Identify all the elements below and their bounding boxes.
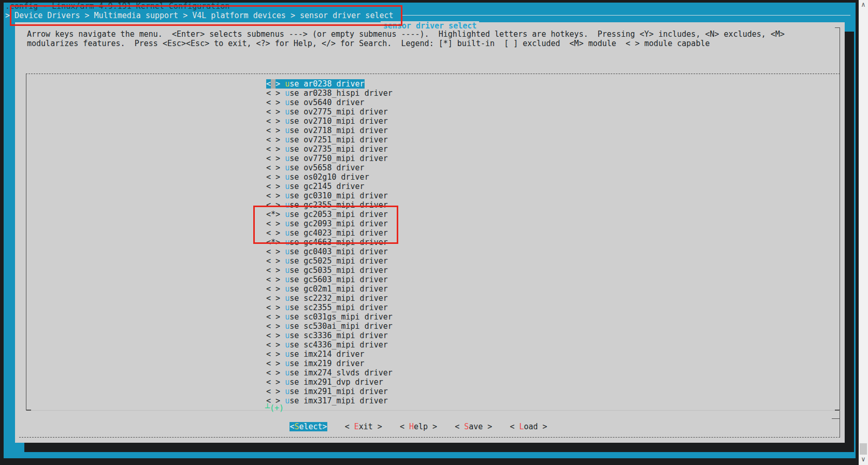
menu-item-sc4336-mipi-driver[interactable]: < > use sc4336_mipi driver bbox=[266, 340, 388, 350]
scrollbar-thumb[interactable] bbox=[860, 443, 867, 455]
menu-item-imx274-slvds-driver[interactable]: < > use imx274_slvds driver bbox=[266, 368, 393, 377]
hotkey-letter: u bbox=[285, 303, 290, 312]
menu-item-ov2710-mipi-driver[interactable]: < > use ov2710_mipi driver bbox=[266, 117, 388, 126]
menu-item-label: se imx214 driver bbox=[290, 350, 365, 359]
hotkey-letter: u bbox=[285, 238, 290, 247]
menu-item-label: se imx291_mipi driver bbox=[290, 387, 388, 396]
menu-item-label: se ov2735_mipi driver bbox=[290, 144, 388, 154]
menu-item-label: se sc031gs_mipi driver bbox=[290, 312, 393, 322]
menu-item-gc4023-mipi-driver[interactable]: < > use gc4023_mipi driver bbox=[266, 228, 388, 238]
state-marker: < > bbox=[266, 98, 280, 107]
menu-item-gc02m1-mipi-driver[interactable]: < > use gc02m1_mipi driver bbox=[266, 284, 388, 294]
menu-item-label: se gc2053_mipi driver bbox=[290, 210, 388, 219]
menu-item-os02g10-driver[interactable]: < > use os02g10 driver bbox=[266, 172, 369, 182]
save-button[interactable]: < Save > bbox=[455, 422, 492, 431]
hotkey-letter: u bbox=[285, 200, 290, 210]
menu-item-imx219-driver[interactable]: < > use imx219 driver bbox=[266, 359, 365, 368]
state-marker: < > bbox=[266, 172, 280, 182]
menu-item-label: se sc2232_mipi driver bbox=[290, 294, 388, 303]
scroll-down-icon[interactable]: ∨ bbox=[859, 456, 868, 463]
menu-item-ar0238-driver[interactable]: < > use ar0238 driver bbox=[266, 79, 365, 89]
menu-item-label: se sc4336_mipi driver bbox=[290, 340, 388, 350]
menu-item-label: se ov2710_mipi driver bbox=[290, 117, 388, 126]
menu-item-ov2775-mipi-driver[interactable]: < > use ov2775_mipi driver bbox=[266, 107, 388, 117]
hotkey-letter: u bbox=[285, 126, 290, 135]
button-hotkey-letter: E bbox=[354, 422, 359, 431]
menu-item-imx291-dvp-driver[interactable]: < > use imx291_dvp driver bbox=[266, 377, 383, 387]
menu-item-gc4663-mipi-driver[interactable]: <*> use gc4663_mipi driver bbox=[266, 238, 388, 247]
menu-item-label: se imx274_slvds driver bbox=[290, 368, 393, 377]
menu-item-sc031gs-mipi-driver[interactable]: < > use sc031gs_mipi driver bbox=[266, 312, 393, 322]
state-marker: < > bbox=[266, 275, 280, 284]
menu-item-gc2145-driver[interactable]: < > use gc2145 driver bbox=[266, 182, 365, 191]
menu-item-imx317-mipi-driver[interactable]: < > use imx317_mipi driver bbox=[266, 396, 388, 405]
state-marker: < > bbox=[266, 368, 280, 377]
menu-item-sc2232-mipi-driver[interactable]: < > use sc2232_mipi driver bbox=[266, 294, 388, 303]
state-marker: < > bbox=[266, 135, 280, 144]
menu-item-gc5025-mipi-driver[interactable]: < > use gc5025_mipi driver bbox=[266, 256, 388, 266]
menu-item-gc2355-mipi-driver[interactable]: < > use gc2355_mipi driver bbox=[266, 200, 388, 210]
menu-item-sc3336-mipi-driver[interactable]: < > use sc3336_mipi driver bbox=[266, 331, 388, 340]
menu-item-label: se imx291_dvp driver bbox=[290, 377, 383, 387]
state-marker: < > bbox=[266, 256, 280, 266]
hotkey-letter: u bbox=[285, 98, 290, 107]
menu-item-sc530ai-mipi-driver[interactable]: < > use sc530ai_mipi driver bbox=[266, 322, 393, 331]
state-marker: < > bbox=[266, 340, 280, 350]
scroll-up-icon[interactable]: ∧ bbox=[859, 1, 868, 8]
hotkey-letter: u bbox=[285, 154, 290, 163]
menu-item-ov7251-mipi-driver[interactable]: < > use ov7251_mipi driver bbox=[266, 135, 388, 144]
menu-item-label: se os02g10 driver bbox=[290, 172, 369, 182]
menu-item-label: se ov2718_mipi driver bbox=[290, 126, 388, 135]
state-marker: < > bbox=[266, 126, 280, 135]
hotkey-letter: u bbox=[285, 368, 290, 377]
button-hotkey-letter: S bbox=[294, 422, 299, 431]
menu-item-ov2718-mipi-driver[interactable]: < > use ov2718_mipi driver bbox=[266, 126, 388, 135]
state-marker: < > bbox=[266, 387, 280, 396]
hotkey-letter: u bbox=[285, 275, 290, 284]
menu-item-gc0403-mipi-driver[interactable]: < > use gc0403_mipi driver bbox=[266, 247, 388, 256]
load-button[interactable]: < Load > bbox=[510, 422, 547, 431]
menu-item-label: se gc0310_mipi driver bbox=[290, 191, 388, 200]
terminal-cursor bbox=[271, 79, 276, 89]
help-text-line2: modularizes features. Press <Esc><Esc> t… bbox=[27, 39, 710, 48]
menu-item-gc2053-mipi-driver[interactable]: <*> use gc2053_mipi driver bbox=[266, 210, 388, 219]
state-marker: < > bbox=[266, 303, 280, 312]
menu-item-label: se ar0238_hispi driver bbox=[290, 89, 393, 98]
menu-item-list: < > use ar0238 driver< > use ar0238_hisp… bbox=[266, 79, 393, 405]
hotkey-letter: u bbox=[285, 359, 290, 368]
state-marker: < > bbox=[266, 359, 280, 368]
sensor-driver-select-dialog: sensor driver select Arrow keys navigate… bbox=[15, 22, 845, 443]
menuconfig-screen: .config - Linux/arm 4.9.191 Kernel Confi… bbox=[4, 3, 856, 458]
hotkey-letter: u bbox=[285, 163, 290, 172]
hotkey-letter: u bbox=[285, 117, 290, 126]
menu-item-imx291-mipi-driver[interactable]: < > use imx291_mipi driver bbox=[266, 387, 388, 396]
hotkey-letter: u bbox=[285, 396, 290, 405]
menu-item-ov5658-driver[interactable]: < > use ov5658 driver bbox=[266, 163, 365, 172]
state-marker: < > bbox=[266, 163, 280, 172]
menu-item-label: se ov5658 driver bbox=[290, 163, 365, 172]
menu-item-imx214-driver[interactable]: < > use imx214 driver bbox=[266, 350, 365, 359]
help-button[interactable]: < Help > bbox=[400, 422, 437, 431]
menu-item-ov2735-mipi-driver[interactable]: < > use ov2735_mipi driver bbox=[266, 144, 388, 154]
hotkey-letter: u bbox=[285, 228, 290, 238]
exit-button[interactable]: < Exit > bbox=[345, 422, 382, 431]
state-marker: < > bbox=[266, 182, 280, 191]
hotkey-letter: u bbox=[285, 322, 290, 331]
state-marker: < > bbox=[266, 228, 280, 238]
menu-item-ov5640-driver[interactable]: < > use ov5640 driver bbox=[266, 98, 365, 107]
hotkey-letter: u bbox=[285, 219, 290, 228]
hotkey-letter: u bbox=[285, 247, 290, 256]
menu-item-sc2355-mipi-driver[interactable]: < > use sc2355_mipi driver bbox=[266, 303, 388, 312]
terminal-window: .config - Linux/arm 4.9.191 Kernel Confi… bbox=[0, 0, 868, 465]
terminal-scrollbar[interactable]: ∧ ∨ bbox=[859, 0, 868, 465]
menu-item-label: se gc02m1_mipi driver bbox=[290, 284, 388, 294]
menu-item-ov7750-mipi-driver[interactable]: < > use ov7750_mipi driver bbox=[266, 154, 388, 163]
state-marker: < > bbox=[266, 284, 280, 294]
menu-item-ar0238-hispi-driver[interactable]: < > use ar0238_hispi driver bbox=[266, 89, 393, 98]
menu-item-gc5603-mipi-driver[interactable]: < > use gc5603_mipi driver bbox=[266, 275, 388, 284]
button-hotkey-letter: S bbox=[464, 422, 469, 431]
menu-item-gc0310-mipi-driver[interactable]: < > use gc0310_mipi driver bbox=[266, 191, 388, 200]
menu-item-gc5035-mipi-driver[interactable]: < > use gc5035_mipi driver bbox=[266, 266, 388, 275]
select-button[interactable]: <Select> bbox=[290, 422, 327, 431]
menu-item-gc2093-mipi-driver[interactable]: < > use gc2093_mipi driver bbox=[266, 219, 388, 228]
